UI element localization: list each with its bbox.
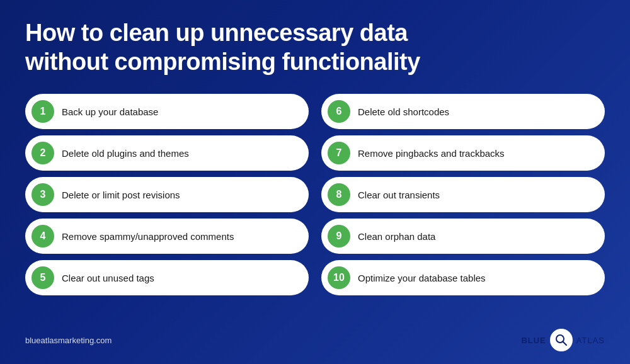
- number-badge: 7: [328, 142, 350, 164]
- number-badge: 1: [32, 100, 54, 123]
- item-text: Delete old shortcodes: [358, 106, 449, 117]
- number-badge: 4: [32, 225, 54, 247]
- footer: blueatlasmarketing.com BLUE ATLAS: [25, 329, 605, 351]
- logo-atlas-text: ATLAS: [576, 336, 605, 345]
- number-badge: 5: [32, 266, 54, 289]
- list-item: 10 Optimize your database tables: [321, 260, 605, 295]
- list-item: 2 Delete old plugins and themes: [25, 135, 309, 171]
- number-badge: 6: [328, 100, 350, 123]
- list-item: 4 Remove spammy/unapproved comments: [25, 219, 309, 254]
- list-item: 7 Remove pingbacks and trackbacks: [321, 135, 605, 171]
- logo-area: BLUE ATLAS: [521, 329, 605, 351]
- item-text: Delete old plugins and themes: [62, 148, 189, 159]
- list-item: 8 Clear out transients: [321, 177, 605, 212]
- number-badge: 10: [328, 266, 350, 289]
- page-title: How to clean up unnecessary data without…: [25, 19, 605, 76]
- item-text: Back up your database: [62, 106, 158, 117]
- list-item: 9 Clean orphan data: [321, 219, 605, 254]
- item-text: Remove pingbacks and trackbacks: [358, 148, 505, 159]
- item-text: Clear out unused tags: [62, 273, 154, 283]
- list-item: 1 Back up your database: [25, 94, 309, 129]
- logo-icon: [550, 329, 573, 351]
- number-badge: 3: [32, 183, 54, 206]
- lists-container: 1 Back up your database 2 Delete old plu…: [25, 94, 605, 319]
- list-item: 3 Delete or limit post revisions: [25, 177, 309, 212]
- item-text: Delete or limit post revisions: [62, 190, 180, 200]
- item-text: Clear out transients: [358, 190, 440, 200]
- item-text: Remove spammy/unapproved comments: [62, 231, 234, 242]
- number-badge: 8: [328, 183, 350, 206]
- list-item: 5 Clear out unused tags: [25, 260, 309, 295]
- item-text: Clean orphan data: [358, 231, 435, 242]
- left-column: 1 Back up your database 2 Delete old plu…: [25, 94, 309, 319]
- svg-line-1: [563, 342, 566, 346]
- footer-url: blueatlasmarketing.com: [25, 336, 112, 345]
- number-badge: 9: [328, 225, 350, 247]
- logo-blue-text: BLUE: [521, 336, 546, 345]
- main-container: How to clean up unnecessary data without…: [0, 0, 630, 364]
- number-badge: 2: [32, 142, 54, 164]
- list-item: 6 Delete old shortcodes: [321, 94, 605, 129]
- right-column: 6 Delete old shortcodes 7 Remove pingbac…: [321, 94, 605, 319]
- item-text: Optimize your database tables: [358, 273, 486, 283]
